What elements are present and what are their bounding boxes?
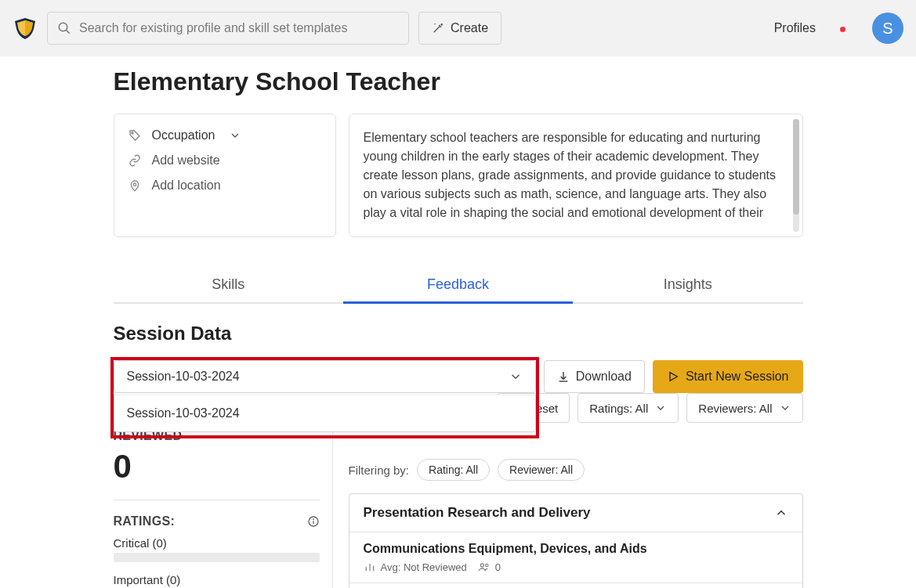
topbar: Create Profiles S	[0, 0, 916, 56]
chevron-down-icon	[654, 402, 667, 414]
reviewers-filter-button[interactable]: Reviewers: All	[686, 393, 802, 423]
create-button[interactable]: Create	[418, 12, 501, 45]
filter-chip-rating[interactable]: Rating: All	[417, 459, 490, 481]
tag-icon	[129, 129, 141, 142]
rating-critical-bar	[114, 553, 320, 562]
rating-row-critical: Critical (0)	[114, 536, 320, 562]
ratings-filter-label: Ratings: All	[589, 402, 648, 415]
tab-skills[interactable]: Skills	[114, 265, 343, 302]
active-filters-row: Filtering by: Rating: All Reviewer: All	[349, 459, 803, 481]
accordion-item[interactable]: Conduct educational presentations	[349, 583, 802, 588]
accordion-item[interactable]: Communications Equipment, Devices, and A…	[349, 532, 802, 583]
chevron-down-icon	[509, 370, 523, 384]
svg-line-1	[67, 31, 70, 34]
add-website-row[interactable]: Add website	[129, 153, 321, 168]
avatar-initial: S	[882, 20, 892, 38]
link-icon	[129, 154, 141, 167]
tab-feedback[interactable]: Feedback	[343, 265, 573, 302]
app-logo	[13, 16, 38, 41]
rating-critical-label: Critical (0)	[114, 536, 320, 550]
accordion-title: Presentation Research and Delivery	[364, 505, 591, 521]
session-option[interactable]: Session-10-03-2024	[114, 395, 535, 431]
magic-wand-icon	[432, 22, 444, 34]
play-icon	[667, 370, 679, 383]
divider	[114, 500, 320, 500]
session-toolbar: Session-10-03-2024 Session-10-03-2024 Do…	[114, 360, 803, 393]
svg-point-6	[313, 519, 313, 520]
filtering-by-label: Filtering by:	[349, 464, 410, 477]
reviewers-filter-label: Reviewers: All	[698, 402, 772, 415]
accordion-item-meta: Avg: Not Reviewed 0	[364, 561, 788, 573]
page-title: Elementary School Teacher	[114, 67, 803, 96]
bar-chart-icon	[364, 561, 376, 573]
svg-point-2	[132, 132, 133, 134]
info-icon[interactable]	[307, 515, 320, 528]
ratings-label: RATINGS:	[114, 514, 176, 528]
chevron-down-icon	[229, 129, 241, 142]
session-select-value: Session-10-03-2024	[127, 370, 240, 384]
people-icon	[478, 561, 491, 573]
create-button-label: Create	[451, 21, 488, 35]
chevron-up-icon	[774, 506, 788, 520]
main-tabs: Skills Feedback Insights	[114, 265, 803, 304]
svg-point-0	[59, 23, 67, 31]
start-new-session-button[interactable]: Start New Session	[653, 360, 803, 393]
feedback-main: Reset Ratings: All Reviewers: All Filter…	[349, 429, 803, 588]
session-select-region: Session-10-03-2024 Session-10-03-2024	[114, 360, 536, 393]
feedback-body: REVIEWED 0 RATINGS: Critical (0) Importa…	[114, 429, 803, 588]
svg-point-11	[485, 564, 487, 566]
session-dropdown: Session-10-03-2024	[114, 395, 536, 432]
user-avatar[interactable]: S	[872, 13, 903, 44]
avg-label: Avg: Not Reviewed	[381, 561, 467, 573]
page-content: Elementary School Teacher Occupation	[114, 67, 803, 588]
accordion-header[interactable]: Presentation Research and Delivery	[349, 494, 802, 532]
svg-point-3	[133, 183, 136, 186]
start-new-session-label: Start New Session	[686, 370, 789, 384]
chevron-down-icon	[779, 402, 791, 414]
accordion-item-title: Communications Equipment, Devices, and A…	[364, 542, 788, 556]
feedback-accordion: Presentation Research and Delivery Commu…	[349, 493, 803, 588]
ratings-filter-button[interactable]: Ratings: All	[577, 393, 679, 423]
scrollbar-thumb[interactable]	[793, 119, 799, 215]
profile-description-card: Elementary school teachers are responsib…	[349, 114, 803, 237]
tab-insights[interactable]: Insights	[573, 265, 802, 302]
rating-row-important: Important (0)	[114, 573, 320, 588]
reviewer-count: 0	[495, 561, 501, 573]
search-input[interactable]	[79, 21, 399, 35]
notification-dot	[840, 27, 845, 32]
download-button[interactable]: Download	[544, 360, 645, 393]
rating-important-label: Important (0)	[114, 573, 320, 586]
download-icon	[557, 370, 570, 383]
description-scrollbar[interactable]	[793, 119, 799, 232]
search-field-wrap[interactable]	[47, 12, 409, 45]
filter-chip-reviewer[interactable]: Reviewer: All	[498, 459, 585, 481]
occupation-row[interactable]: Occupation	[129, 128, 321, 142]
location-pin-icon	[129, 179, 141, 192]
profile-meta-card: Occupation Add website	[114, 114, 336, 237]
svg-point-10	[480, 564, 483, 567]
reviewed-count: 0	[114, 448, 320, 485]
profile-info-row: Occupation Add website	[114, 114, 803, 237]
session-data-heading: Session Data	[114, 323, 803, 345]
session-select[interactable]: Session-10-03-2024	[114, 360, 536, 393]
profiles-link[interactable]: Profiles	[774, 21, 816, 35]
occupation-label: Occupation	[152, 128, 215, 142]
ratings-sidebar: REVIEWED 0 RATINGS: Critical (0) Importa…	[114, 429, 333, 588]
download-label: Download	[576, 370, 632, 384]
profile-description: Elementary school teachers are responsib…	[364, 128, 788, 222]
add-location-label: Add location	[152, 179, 221, 193]
search-icon	[57, 21, 71, 35]
add-location-row[interactable]: Add location	[129, 179, 321, 193]
add-website-label: Add website	[152, 153, 220, 168]
